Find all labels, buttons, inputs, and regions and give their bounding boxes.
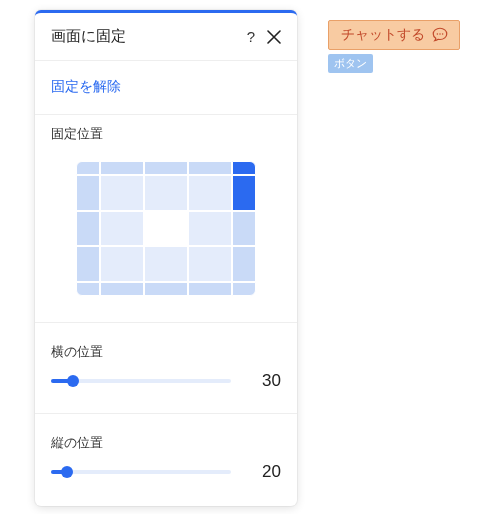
pos-cell[interactable] [188, 211, 232, 247]
position-label: 固定位置 [35, 125, 297, 143]
vertical-label: 縦の位置 [51, 434, 281, 452]
chat-button-label: チャットする [341, 26, 425, 44]
pos-cell[interactable] [188, 175, 232, 211]
vertical-value: 20 [247, 462, 281, 482]
pos-cell[interactable] [232, 211, 256, 247]
horizontal-label: 横の位置 [51, 343, 281, 361]
pos-cell[interactable] [232, 246, 256, 282]
pos-cell[interactable] [188, 282, 232, 296]
pos-cell[interactable] [144, 246, 188, 282]
chat-bubble-icon [431, 26, 449, 44]
panel-title: 画面に固定 [51, 27, 247, 46]
horizontal-slider[interactable] [51, 374, 231, 388]
close-icon[interactable] [267, 30, 281, 44]
pos-cell[interactable] [100, 211, 144, 247]
pos-cell[interactable] [76, 282, 100, 296]
divider [35, 413, 297, 414]
divider [35, 114, 297, 115]
svg-point-2 [442, 33, 444, 35]
vertical-slider[interactable] [51, 465, 231, 479]
pos-cell-center[interactable] [144, 211, 188, 247]
unpin-link[interactable]: 固定を解除 [51, 78, 121, 94]
pin-to-screen-panel: 画面に固定 ? 固定を解除 固定位置 [35, 10, 297, 506]
panel-header: 画面に固定 ? [35, 13, 297, 56]
position-grid[interactable] [35, 153, 297, 318]
chat-button[interactable]: チャットする [328, 20, 460, 50]
svg-point-0 [437, 33, 439, 35]
divider [35, 60, 297, 61]
pos-cell[interactable] [144, 161, 188, 175]
horizontal-value: 30 [247, 371, 281, 391]
pos-cell[interactable] [100, 246, 144, 282]
pos-cell[interactable] [188, 161, 232, 175]
pos-cell[interactable] [144, 282, 188, 296]
pos-cell-selected[interactable] [232, 161, 256, 175]
pos-cell[interactable] [100, 175, 144, 211]
horizontal-position-row: 横の位置 30 [35, 333, 297, 397]
pos-cell[interactable] [188, 246, 232, 282]
svg-point-1 [439, 33, 441, 35]
pos-cell[interactable] [100, 282, 144, 296]
vertical-position-row: 縦の位置 20 [35, 424, 297, 488]
pos-cell[interactable] [76, 211, 100, 247]
pos-cell[interactable] [100, 161, 144, 175]
help-icon[interactable]: ? [247, 28, 255, 45]
pos-cell-selected[interactable] [232, 175, 256, 211]
element-type-badge: ボタン [328, 54, 373, 73]
pos-cell[interactable] [76, 161, 100, 175]
pos-cell[interactable] [76, 175, 100, 211]
pos-cell[interactable] [76, 246, 100, 282]
pos-cell[interactable] [232, 282, 256, 296]
divider [35, 322, 297, 323]
pos-cell[interactable] [144, 175, 188, 211]
